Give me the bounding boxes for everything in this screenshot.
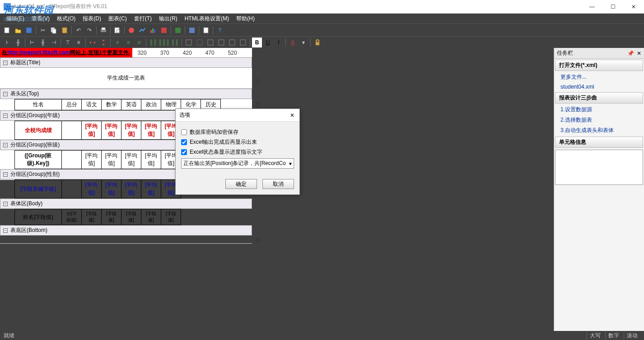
valign-tool-2[interactable]: ≡ [74, 38, 84, 47]
menu-report[interactable]: 报表(D) [79, 15, 105, 23]
window-title: student04.xml - QReport报表软件 V6.01 [11, 3, 107, 10]
border2-icon[interactable] [195, 38, 205, 47]
panel-close-icon[interactable]: ✕ [637, 50, 641, 57]
ok-button[interactable]: 确定 [225, 179, 257, 189]
chart1-icon[interactable] [126, 25, 136, 35]
border1-icon[interactable] [184, 38, 194, 47]
pdf-icon[interactable] [159, 25, 169, 35]
lock-icon[interactable] [313, 38, 322, 47]
bold-icon[interactable]: B [252, 38, 262, 47]
section-body[interactable]: − 表体区(Body) [0, 198, 252, 209]
menu-html[interactable]: HTML表格设置(M) [181, 15, 233, 23]
text-center-icon[interactable]: ≡ [123, 38, 133, 47]
menu-view[interactable]: 查看(V) [28, 15, 53, 23]
collapse-icon[interactable]: − [3, 228, 8, 233]
menu-output[interactable]: 输出(R) [155, 15, 181, 23]
align-tool-5[interactable]: ⊣ [49, 38, 59, 47]
menu-edit[interactable]: 编辑(E) [3, 15, 28, 23]
menu-overlay[interactable]: 套打(T) [131, 15, 155, 23]
border6-icon[interactable] [238, 38, 248, 47]
pin-icon[interactable]: 📌 [627, 50, 634, 57]
svg-rect-16 [189, 28, 195, 33]
undo-icon[interactable]: ↶ [74, 25, 84, 35]
help-icon[interactable]: ? [215, 25, 225, 35]
update-banner[interactable]: 在http://qreport.flisoft.com网站上,发现1个更新文件. [0, 48, 132, 57]
border3-icon[interactable] [205, 38, 215, 47]
align-tool-1[interactable]: ⊦ [2, 38, 12, 47]
border5-icon[interactable] [227, 38, 237, 47]
text-right-icon[interactable]: ≡ [134, 38, 144, 47]
step-datatable[interactable]: 2.选择数据表 [554, 115, 644, 125]
report-title-cell[interactable]: 学生成绩一览表 35 [0, 68, 252, 89]
barcode2-icon[interactable]: ║║║ [159, 38, 169, 47]
menu-chart[interactable]: 图表(C) [105, 15, 131, 23]
group3-table[interactable]: [字段关键字值] [平均值] [平均值] [平均值] [平均值] [平均值] [14, 179, 181, 198]
preview-icon[interactable] [112, 25, 122, 35]
minimize-button[interactable]: — [582, 0, 602, 14]
vdist-icon[interactable] [98, 38, 108, 47]
section-title[interactable]: − 标题区(Title) [0, 57, 252, 68]
open-file-header: 打开文件(*.xml) [555, 60, 643, 71]
italic-icon[interactable]: I [274, 38, 284, 47]
menu-format[interactable]: 格式(O) [53, 15, 79, 23]
paste-icon[interactable] [60, 25, 70, 35]
svg-rect-21 [103, 44, 104, 45]
checkbox-excel-show[interactable] [181, 139, 187, 145]
checkbox-excel-progress[interactable] [181, 149, 187, 155]
font-color-icon[interactable]: A [288, 38, 298, 47]
hdist-icon[interactable] [88, 38, 98, 47]
step-autogen[interactable]: 3.自动生成表头和表体 [554, 125, 644, 136]
settings-icon[interactable] [187, 25, 197, 35]
body-table[interactable]: 姓名[字段值] 分[字段值] [字段值] [字段值] [字段值] [字段值] [… [14, 209, 181, 225]
align-tool-2[interactable]: ╫ [13, 38, 23, 47]
recent-file-link[interactable]: student04.xml [554, 82, 644, 91]
save-icon[interactable] [24, 25, 34, 35]
cut-icon[interactable]: ✂ [38, 25, 48, 35]
window-titlebar: student04.xml - QReport报表软件 V6.01 — ☐ ✕ [0, 0, 644, 14]
section-bottom[interactable]: − 表底区(Bottom) [0, 225, 252, 236]
steps-header: 报表设计三步曲 [555, 92, 643, 104]
progress-text-combo[interactable]: 正在输出第[Position]条记录，共[RecordCo▾ [181, 158, 294, 169]
menu-help[interactable]: 帮助(H) [233, 15, 258, 23]
underline-icon[interactable]: U [263, 38, 273, 47]
close-button[interactable]: ✕ [623, 0, 644, 14]
new-icon[interactable] [2, 25, 12, 35]
collapse-icon[interactable]: − [3, 92, 8, 96]
redo-icon[interactable]: ↷ [84, 25, 94, 35]
collapse-icon[interactable]: − [3, 202, 8, 206]
group2-table[interactable]: ([Group(班级).Key]) [平均值] [平均值] [平均值] [平均值… [14, 150, 181, 169]
dialog-close-icon[interactable]: ✕ [289, 112, 296, 119]
more-files-link[interactable]: 更多文件... [554, 72, 644, 82]
chart2-icon[interactable] [137, 25, 147, 35]
collapse-icon[interactable]: − [3, 172, 8, 177]
svg-rect-5 [62, 28, 67, 33]
open-icon[interactable] [13, 25, 23, 35]
border4-icon[interactable] [216, 38, 226, 47]
excel-icon[interactable] [173, 25, 183, 35]
checkbox-encrypt[interactable] [181, 129, 187, 135]
task-panel: 任务栏 📌 ✕ 打开文件(*.xml) 更多文件... student04.xm… [554, 48, 644, 331]
group1-table[interactable]: 全校均成绩 [平均值] [平均值] [平均值] [平均值] [平均值] [14, 121, 181, 140]
print-icon[interactable] [98, 25, 108, 35]
barcode3-icon[interactable]: ║║ [170, 38, 180, 47]
copy-icon[interactable] [49, 25, 59, 35]
barcode1-icon[interactable]: ║║ [148, 38, 158, 47]
maximize-button[interactable]: ☐ [602, 0, 623, 14]
page-icon[interactable] [201, 25, 211, 35]
svg-rect-25 [219, 40, 224, 45]
text-left-icon[interactable]: ≡ [112, 38, 122, 47]
cancel-button[interactable]: 取消 [262, 179, 294, 189]
collapse-icon[interactable]: − [3, 61, 8, 65]
collapse-icon[interactable]: − [3, 113, 8, 118]
dropdown-icon[interactable]: ▾ [299, 38, 308, 47]
chart3-icon[interactable] [148, 25, 158, 35]
statusbar: 就绪 大写 数字 滚动 [0, 331, 644, 340]
collapse-icon[interactable]: − [3, 143, 8, 147]
valign-tool-1[interactable]: ⊤ [63, 38, 73, 47]
step-datasource[interactable]: 1.设置数据源 [554, 104, 644, 115]
align-tool-3[interactable]: ⊢ [27, 38, 37, 47]
svg-rect-27 [240, 40, 246, 45]
svg-rect-24 [208, 40, 213, 45]
section-top[interactable]: − 表头区(Top) [0, 89, 252, 99]
align-tool-4[interactable]: ╫ [38, 38, 48, 47]
